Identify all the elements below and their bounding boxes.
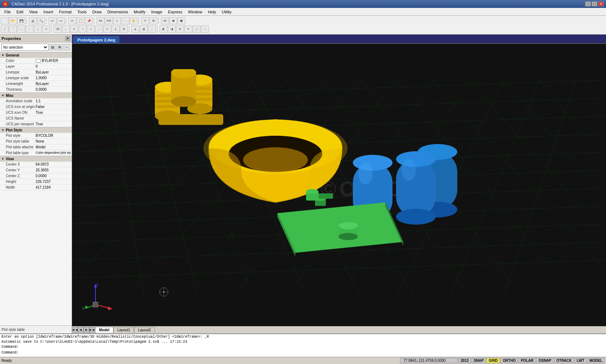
prop-psattach-value[interactable]: Model: [34, 144, 72, 150]
prop-color-value[interactable]: BYLAYER: [34, 58, 72, 63]
section-misc[interactable]: ▼ Misc: [0, 93, 72, 98]
section-general[interactable]: ▼ General: [0, 52, 72, 58]
prop-cy-value[interactable]: 25.3655: [34, 167, 72, 173]
menu-edit[interactable]: Edit: [14, 9, 26, 15]
prop-ucson-value[interactable]: True: [34, 110, 72, 115]
menu-utility[interactable]: Utility: [219, 9, 234, 15]
maximize-button[interactable]: □: [592, 1, 597, 6]
tb-layer[interactable]: ≡: [141, 17, 149, 24]
prop-linetype-value[interactable]: ByLayer: [34, 69, 72, 75]
tb-preview[interactable]: 🔍: [37, 17, 45, 24]
selection-select[interactable]: No selection: [1, 44, 49, 51]
layout-tab-1[interactable]: Layout1: [113, 327, 134, 333]
tb-arc[interactable]: ◜: [26, 26, 33, 33]
scroll-prev[interactable]: ◄: [78, 327, 84, 333]
menu-draw[interactable]: Draw: [89, 9, 104, 15]
status-coords[interactable]: 77.9943,-131.4759,0.0000: [400, 358, 458, 363]
tb-pan[interactable]: ✋: [130, 17, 138, 24]
tb-zoom-window[interactable]: ZW: [105, 17, 113, 24]
tb-print[interactable]: 🖨: [29, 17, 37, 24]
menu-dimensions[interactable]: Dimensions: [104, 9, 131, 15]
layout-tab-2[interactable]: Layout2: [134, 327, 155, 333]
menu-tools[interactable]: Tools: [75, 9, 90, 15]
tb-snap-cen[interactable]: ⊕: [176, 26, 184, 33]
command-input[interactable]: [20, 351, 605, 355]
props-pin-button[interactable]: ✕: [65, 36, 70, 41]
prop-pstable-value[interactable]: None: [34, 139, 72, 144]
menu-window[interactable]: Window: [185, 9, 205, 15]
minimize-button[interactable]: ─: [585, 1, 591, 6]
prop-ucsorigin-value[interactable]: False: [34, 104, 72, 109]
status-polar[interactable]: POLAR: [519, 358, 535, 363]
status-ortho[interactable]: ORTHO: [500, 358, 518, 363]
prop-ucsvp-value[interactable]: True: [34, 121, 72, 127]
tb-zoom-in[interactable]: +: [113, 17, 121, 24]
tb-rotate[interactable]: ↻: [70, 26, 78, 33]
tb-new[interactable]: 📄: [1, 17, 9, 24]
status-lwt[interactable]: LWT: [575, 358, 587, 363]
props-header-controls[interactable]: ✕: [65, 36, 70, 41]
prop-annscale-value[interactable]: 1:1: [34, 98, 72, 104]
menu-express[interactable]: Express: [165, 9, 185, 15]
tb-undo[interactable]: ↩: [49, 17, 57, 24]
tb-render[interactable]: ◉: [169, 17, 177, 24]
tb-text[interactable]: A: [131, 26, 139, 33]
status-model[interactable]: MODEL: [587, 358, 605, 363]
tb-paste[interactable]: 📌: [85, 17, 93, 24]
status-grid[interactable]: GRID: [486, 358, 500, 363]
menu-help[interactable]: Help: [205, 9, 219, 15]
menu-insert[interactable]: Insert: [40, 9, 56, 15]
tb-move[interactable]: ↔: [62, 26, 70, 33]
menu-format[interactable]: Format: [56, 9, 75, 15]
tb-rect[interactable]: □: [34, 26, 42, 33]
tb-properties[interactable]: ⊞: [149, 17, 157, 24]
section-plot-style[interactable]: ▼ Plot Style: [0, 127, 72, 133]
tb-shade[interactable]: ▣: [178, 17, 185, 24]
layout-tab-model[interactable]: Model: [95, 327, 113, 333]
status-osnap[interactable]: OSNAP: [536, 358, 553, 363]
titlebar-controls[interactable]: ─ □ ✕: [585, 1, 604, 6]
status-snap[interactable]: SNAP: [472, 358, 486, 363]
cmd-input-row[interactable]: Command:: [1, 351, 605, 355]
tb-open[interactable]: 📂: [9, 17, 17, 24]
scroll-start[interactable]: ◄◄: [72, 327, 78, 333]
tb-zoom-out[interactable]: -: [121, 17, 129, 24]
menu-image[interactable]: Image: [148, 9, 165, 15]
tb-redo[interactable]: ↪: [57, 17, 65, 24]
viewport-area[interactable]: Prototipagem 2.dwg: [72, 35, 606, 333]
prop-ltscale-value[interactable]: 1.0000: [34, 75, 72, 81]
scroll-end[interactable]: ►►: [89, 327, 95, 333]
tb-save[interactable]: 💾: [17, 17, 25, 24]
section-view[interactable]: ▼ View: [0, 156, 72, 162]
menu-file[interactable]: File: [1, 9, 14, 15]
tb-snap-end[interactable]: ◧: [160, 26, 167, 33]
tb-array[interactable]: ⊞: [120, 26, 128, 33]
select-quick-button[interactable]: ▤: [49, 44, 56, 50]
tb-cut[interactable]: ✂: [68, 17, 76, 24]
tb-polygon[interactable]: ⬡: [42, 26, 50, 33]
tb-line[interactable]: ╱: [1, 26, 9, 33]
prop-thickness-value[interactable]: 0.0000: [34, 87, 72, 92]
prop-layer-value[interactable]: 0: [34, 64, 72, 69]
scroll-next[interactable]: ►: [84, 327, 89, 333]
viewport-canvas[interactable]: WUD|©O.COM: [72, 44, 606, 333]
select-toggle-button[interactable]: ↔: [64, 44, 70, 50]
tb-hatch[interactable]: ▨: [140, 26, 148, 33]
tb-3dorbit[interactable]: 3D: [161, 17, 169, 24]
status-otrack[interactable]: OTRACK: [554, 358, 574, 363]
viewport-tab-main[interactable]: Prototipagem 2.dwg: [73, 36, 119, 43]
close-button[interactable]: ✕: [598, 1, 604, 6]
tb-offset[interactable]: ∥: [112, 26, 120, 33]
prop-lw-value[interactable]: ByLayer: [34, 81, 72, 86]
tb-snap-per[interactable]: ⊥: [193, 26, 201, 33]
prop-ps-value[interactable]: BYCOLOR: [34, 133, 72, 138]
tb-trim[interactable]: ⌿: [95, 26, 103, 33]
tb-circle[interactable]: ○: [17, 26, 25, 33]
tb-snap-int[interactable]: ✕: [184, 26, 192, 33]
prop-height-value[interactable]: 226.7237: [34, 179, 72, 184]
tb-extend[interactable]: ⊢: [103, 26, 111, 33]
menu-modify[interactable]: Modify: [131, 9, 148, 15]
prop-width-value[interactable]: 417.2184: [34, 185, 72, 190]
tb-snap-mid[interactable]: ◨: [168, 26, 176, 33]
prop-cx-value[interactable]: 64.0973: [34, 162, 72, 167]
